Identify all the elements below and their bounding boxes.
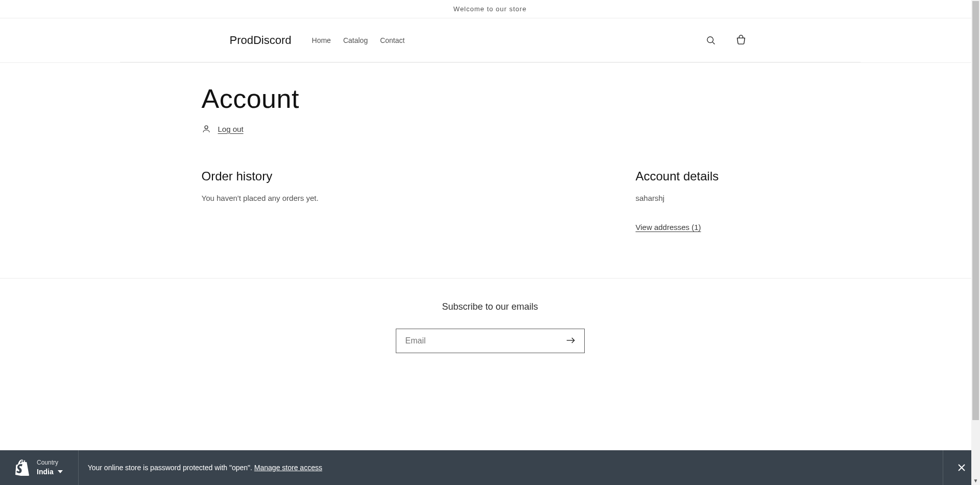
arrow-right-icon [566, 337, 576, 344]
subscribe-title: Subscribe to our emails [0, 302, 980, 312]
subscribe-submit-button[interactable] [561, 333, 581, 350]
header-container: ProdDiscord Home Catalog Contact [0, 18, 980, 63]
order-history-empty: You haven't placed any orders yet. [202, 194, 595, 202]
nav-home[interactable]: Home [312, 36, 331, 44]
page-title: Account [202, 83, 779, 114]
account-details-title: Account details [636, 169, 779, 183]
site-header: ProdDiscord Home Catalog Contact [120, 18, 861, 62]
cart-button[interactable] [731, 31, 751, 50]
announcement-bar: Welcome to our store [0, 0, 980, 18]
order-history-title: Order history [202, 169, 595, 183]
main-content: Account Log out Order history You haven'… [202, 83, 779, 232]
announcement-text: Welcome to our store [453, 5, 527, 13]
order-history-section: Order history You haven't placed any ord… [202, 169, 595, 232]
account-name: saharshj [636, 194, 779, 202]
logout-link[interactable]: Log out [218, 125, 244, 133]
search-icon [706, 35, 716, 45]
account-details-section: Account details saharshj View addresses … [636, 169, 779, 232]
view-addresses-link[interactable]: View addresses (1) [636, 223, 701, 232]
primary-nav: Home Catalog Contact [312, 36, 405, 44]
svg-line-1 [712, 42, 714, 44]
vertical-scrollbar[interactable]: ▲ ▼ [971, 0, 980, 384]
search-button[interactable] [702, 31, 720, 50]
nav-contact[interactable]: Contact [380, 36, 404, 44]
site-footer: Subscribe to our emails [0, 278, 980, 384]
logout-row: Log out [202, 124, 779, 133]
email-subscribe-form [396, 329, 585, 353]
svg-point-0 [707, 36, 713, 42]
site-logo[interactable]: ProdDiscord [230, 34, 292, 47]
user-icon [202, 124, 211, 133]
nav-catalog[interactable]: Catalog [343, 36, 368, 44]
account-grid: Order history You haven't placed any ord… [202, 169, 779, 232]
email-input[interactable] [405, 336, 561, 345]
svg-point-2 [205, 126, 208, 129]
cart-icon [735, 35, 747, 46]
scrollbar-thumb[interactable] [972, 1, 979, 384]
header-icons [702, 31, 751, 50]
